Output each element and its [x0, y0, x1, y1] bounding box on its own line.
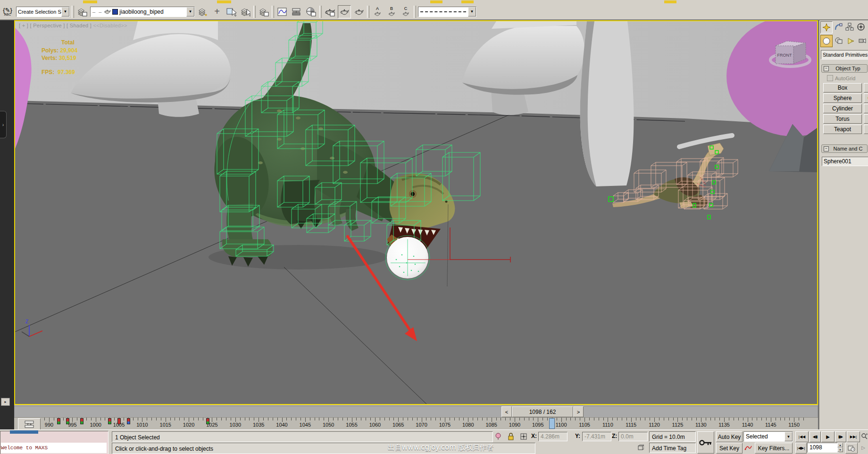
render-preset-dropdown[interactable]: ▼	[418, 7, 476, 17]
keyframe-marker[interactable]	[108, 418, 111, 424]
offset-mode-icon[interactable]	[636, 443, 645, 452]
perspective-viewport[interactable]: FRONT	[14, 20, 818, 405]
viewport-canvas[interactable]: FRONT	[15, 21, 817, 404]
track-bar-ruler[interactable]: 9909951000100510101015102010251030103510…	[14, 418, 818, 430]
create-secondary-button[interactable]: Pyramid	[864, 114, 868, 124]
time-slider-track[interactable]: < 1098 / 162 >	[14, 405, 818, 418]
render-production-icon[interactable]	[353, 6, 365, 18]
sphere-object[interactable]	[385, 235, 430, 280]
selection-set-dropdown[interactable]: Create Selection Set ▼	[16, 7, 70, 17]
chevron-down-icon[interactable]: ▼	[785, 432, 793, 441]
render-preset-c-icon[interactable]: C	[400, 6, 412, 18]
current-frame-field[interactable]: 1098	[807, 443, 839, 453]
key-filters-button[interactable]: Key Filters...	[755, 443, 793, 454]
category-cameras-button[interactable]	[857, 35, 868, 46]
set-key-button[interactable]: Set Key	[716, 443, 743, 454]
transform-gizmo-icon[interactable]	[518, 432, 529, 441]
isolate-selection-icon[interactable]	[493, 432, 503, 441]
schematic-view-icon[interactable]	[290, 6, 302, 18]
tab-modify[interactable]	[833, 21, 844, 33]
material-editor-icon[interactable]	[304, 5, 317, 18]
maxscript-mini-listener[interactable]: Welcome to MAXS	[0, 431, 108, 454]
expand-bottom-panel-button[interactable]: ▸	[1, 398, 10, 406]
set-keys-button[interactable]	[697, 431, 714, 454]
collapse-icon[interactable]: −	[824, 66, 829, 71]
track-bar[interactable]: 9909951000100510101015102010251030103510…	[14, 417, 818, 430]
rig-selector-dropdown[interactable]: – – jiaobiloong_biped ▼	[90, 7, 195, 17]
keyframe-marker[interactable]	[127, 418, 130, 424]
previous-frame-button[interactable]: ◀▮	[810, 431, 821, 442]
toolbar-grip[interactable]	[72, 6, 74, 18]
chevron-down-icon[interactable]: ▼	[186, 7, 194, 17]
key-mode-dropdown[interactable]: Selected ▼	[743, 431, 793, 442]
tab-create[interactable]	[820, 21, 833, 34]
object-name-field[interactable]: Sphere001	[822, 157, 868, 166]
rock-pillar[interactable]	[580, 21, 634, 186]
playback-options-icon[interactable]: ▷	[859, 443, 868, 453]
keyframe-marker[interactable]	[206, 418, 209, 424]
render-setup-icon[interactable]	[324, 6, 336, 18]
select-layer-icon[interactable]	[239, 6, 251, 18]
prev-frame-button[interactable]: <	[501, 406, 512, 417]
tab-hierarchy[interactable]	[844, 21, 855, 33]
next-frame-step-button[interactable]: ▮▶	[835, 431, 846, 442]
listener-text[interactable]: Welcome to MAXS	[1, 443, 107, 453]
new-layer-icon[interactable]: ✦	[197, 6, 209, 18]
category-geometry-button[interactable]	[820, 35, 833, 47]
toolbar-grip[interactable]	[319, 6, 322, 18]
keyframe-marker[interactable]	[117, 418, 121, 424]
toolbar-grip[interactable]	[414, 6, 416, 18]
time-slider-handle[interactable]: 1098 / 162	[512, 406, 573, 417]
add-time-tag[interactable]: Add Time Tag	[649, 443, 696, 453]
go-to-end-button[interactable]: ▶▶|	[847, 431, 860, 442]
select-object-icon[interactable]	[225, 6, 237, 18]
listener-splitter[interactable]	[10, 430, 38, 434]
create-cylinder-button[interactable]: Cylinder	[823, 104, 862, 113]
next-frame-button[interactable]: >	[573, 406, 584, 417]
auto-key-button[interactable]: Auto Key	[716, 431, 743, 442]
layer-properties-icon[interactable]	[258, 6, 270, 18]
key-mode-toggle-button[interactable]: |◀▶|	[795, 443, 807, 454]
create-secondary-button[interactable]	[864, 104, 868, 113]
rendered-frame-window-icon[interactable]	[338, 5, 351, 18]
create-box-button[interactable]: Box	[823, 83, 862, 92]
category-shapes-button[interactable]	[833, 35, 844, 46]
default-tangent-icon[interactable]	[743, 443, 753, 452]
keyframe-marker[interactable]	[57, 418, 60, 424]
add-to-layer-icon[interactable]: +	[211, 6, 223, 18]
time-configuration-button[interactable]	[845, 443, 858, 454]
create-secondary-button[interactable]: GeoSphere	[864, 93, 868, 103]
autogrid-checkbox[interactable]	[827, 75, 833, 81]
go-to-start-button[interactable]: |◀◀	[795, 431, 809, 442]
create-sphere-button[interactable]: Sphere	[823, 93, 862, 103]
create-teapot-button[interactable]: Teapot	[823, 125, 862, 134]
toolbar-grip[interactable]	[253, 6, 256, 18]
create-secondary-button[interactable]	[864, 83, 868, 92]
collapse-icon[interactable]: −	[824, 146, 829, 151]
toolbar-grip[interactable]	[367, 6, 369, 18]
x-coordinate-field[interactable]: 4.286m	[538, 432, 568, 441]
tab-motion[interactable]	[855, 21, 867, 33]
named-selection-sets-icon[interactable]: {✎}ABC	[1, 5, 14, 18]
toolbar-grip[interactable]	[272, 6, 274, 18]
viewport-label[interactable]: [ + ] [ Perspective ] [ Shaded ] <<Disab…	[19, 23, 127, 28]
create-secondary-button[interactable]	[864, 125, 868, 134]
render-preset-a-icon[interactable]: A	[371, 6, 384, 18]
keyframe-marker[interactable]	[80, 418, 83, 424]
name-color-rollout[interactable]: − Name and C	[821, 144, 868, 153]
layer-manager-icon[interactable]	[76, 6, 88, 18]
curve-editor-icon[interactable]	[276, 6, 288, 18]
expand-left-panel-button[interactable]: ›	[0, 111, 7, 138]
chevron-down-icon[interactable]: ▼	[61, 7, 69, 17]
category-dropdown[interactable]: Standard Primitives	[821, 50, 868, 59]
play-button[interactable]: ▶	[821, 431, 835, 442]
create-torus-button[interactable]: Torus	[823, 114, 862, 124]
category-lights-button[interactable]	[845, 35, 856, 46]
frame-spinner[interactable]: ▲ ▼	[837, 443, 843, 452]
object-type-rollout[interactable]: − Object Typ	[821, 64, 868, 73]
keyframe-marker[interactable]	[66, 418, 69, 424]
chevron-down-icon[interactable]: ▼	[468, 7, 476, 17]
selection-lock-icon[interactable]	[506, 432, 516, 441]
y-coordinate-field[interactable]: -7.431m	[582, 432, 611, 441]
zoom-extents-time-icon[interactable]	[860, 431, 868, 441]
